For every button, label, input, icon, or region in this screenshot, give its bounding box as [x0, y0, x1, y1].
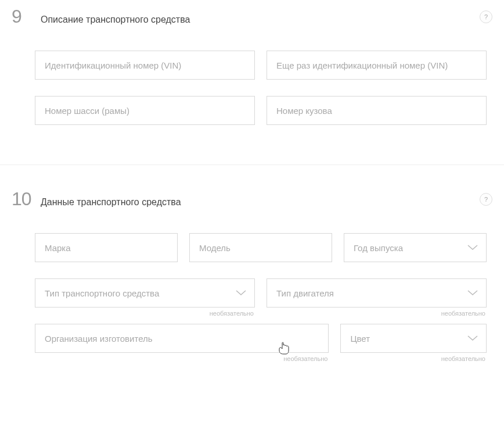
engine-type-label: Тип двигателя — [276, 288, 334, 298]
row: Тип транспортного средства необязательно… — [35, 278, 487, 308]
row — [35, 96, 487, 125]
field-wrap-year: Год выпуска — [344, 233, 487, 262]
vehicle-type-select[interactable]: Тип транспортного средства — [35, 278, 255, 308]
section-header: 9 Описание транспортного средства ? — [12, 6, 492, 27]
field-wrap-vehicle-type: Тип транспортного средства необязательно — [35, 278, 255, 308]
field-wrap-vin — [35, 51, 255, 80]
field-wrap-brand — [35, 233, 178, 262]
chassis-input[interactable] — [35, 96, 255, 125]
chevron-down-icon — [467, 290, 478, 296]
field-wrap-color: Цвет необязательно — [340, 324, 487, 353]
brand-input[interactable] — [35, 233, 178, 262]
fields-container: Год выпуска Тип транспортного средства н… — [12, 233, 492, 353]
row: Год выпуска — [35, 233, 487, 262]
color-label: Цвет — [350, 334, 370, 344]
help-button[interactable]: ? — [480, 193, 492, 206]
model-input[interactable] — [189, 233, 332, 262]
field-wrap-body — [267, 96, 487, 125]
year-select[interactable]: Год выпуска — [344, 233, 487, 262]
section-title: Описание транспортного средства — [41, 15, 190, 25]
field-wrap-engine-type: Тип двигателя необязательно — [267, 278, 487, 308]
manufacturer-input[interactable] — [35, 324, 329, 353]
section-9-vehicle-description: 9 Описание транспортного средства ? — [0, 0, 504, 165]
color-select[interactable]: Цвет — [340, 324, 487, 353]
help-button[interactable]: ? — [480, 10, 492, 23]
section-number: 10 — [12, 188, 35, 210]
engine-type-select[interactable]: Тип двигателя — [267, 278, 487, 308]
field-wrap-manufacturer: необязательно — [35, 324, 329, 353]
section-10-vehicle-data: 10 Данные транспортного средства ? Год в… — [0, 165, 504, 392]
field-wrap-model — [189, 233, 332, 262]
optional-hint: необязательно — [441, 355, 485, 362]
chevron-down-icon — [236, 290, 246, 296]
body-input[interactable] — [267, 96, 487, 125]
chevron-down-icon — [467, 335, 478, 341]
optional-hint: необязательно — [210, 310, 254, 317]
section-title: Данные транспортного средства — [41, 197, 181, 208]
section-header: 10 Данные транспортного средства ? — [12, 188, 492, 210]
fields-container — [12, 51, 492, 125]
vehicle-type-label: Тип транспортного средства — [45, 288, 159, 298]
row: необязательно Цвет необязательно — [35, 324, 487, 353]
optional-hint: необязательно — [283, 355, 327, 362]
row — [35, 51, 487, 80]
field-wrap-vin-repeat — [267, 51, 487, 80]
chevron-down-icon — [467, 245, 478, 251]
section-number: 9 — [12, 6, 35, 27]
optional-hint: необязательно — [441, 310, 485, 317]
field-wrap-chassis — [35, 96, 255, 125]
vin-input[interactable] — [35, 51, 255, 80]
year-label: Год выпуска — [354, 243, 403, 253]
vin-repeat-input[interactable] — [267, 51, 487, 80]
